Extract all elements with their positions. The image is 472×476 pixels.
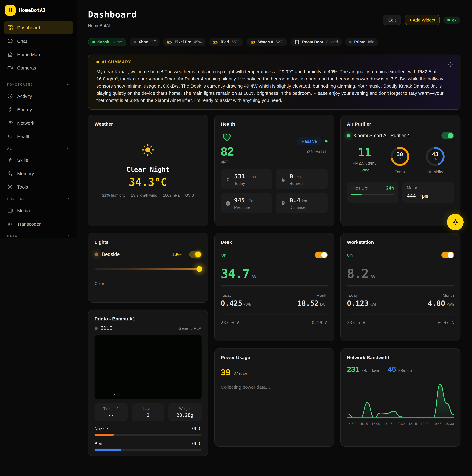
flame-icon — [281, 177, 286, 182]
weather-body: Clear Night 34.3°C 31% humidity 13.7 km/… — [94, 143, 201, 198]
chip-ipad[interactable]: iPad 55% — [209, 38, 243, 46]
chip-xbox[interactable]: Xbox Off — [129, 38, 160, 46]
app-name: HomeBotAI — [19, 7, 46, 13]
light-color-dot-icon — [94, 253, 98, 256]
air-purifier-toggle[interactable] — [441, 132, 454, 139]
map-pin-icon — [281, 201, 286, 206]
printer-camera-view[interactable] — [94, 335, 201, 399]
health-title: Health — [221, 121, 327, 127]
sidebar-item-skills[interactable]: Skills — [4, 154, 73, 167]
desk-toggle[interactable] — [315, 252, 327, 258]
widget-grid: Weather Clear Night 34.3°C 31% humidity … — [88, 115, 460, 456]
nozzle-row: Nozzle 30°C — [94, 426, 201, 431]
sidebar-section-monitoring[interactable]: MONITORING — [0, 80, 77, 88]
workstation-month-kwh: 4.80kWh — [428, 299, 454, 307]
light-toggle[interactable] — [189, 251, 201, 258]
logo-icon: H — [5, 5, 16, 16]
nozzle-temp-bar — [94, 434, 201, 436]
sidebar-item-cameras[interactable]: Cameras — [4, 61, 73, 74]
sidebar-item-activity[interactable]: Activity — [4, 90, 73, 102]
device-online-dot-icon — [347, 134, 350, 137]
desk-voltage: 237.0 V — [221, 320, 239, 325]
chip-printo[interactable]: Printo Idle — [345, 38, 378, 46]
sidebar-item-chat[interactable]: Chat — [4, 34, 73, 47]
workstation-today-kwh: 0.123kWh — [347, 299, 377, 307]
sidebar-section-data[interactable]: DATA — [0, 231, 77, 238]
motor-tile: Motor 444 rpm — [402, 182, 454, 203]
workstation-voltage: 233.5 V — [347, 320, 365, 325]
sidebar-section-ai[interactable]: AI — [0, 143, 77, 152]
health-card: Health 82 bpm Passive 52% watc — [214, 115, 334, 226]
sidebar-section-content[interactable]: CONTENT — [0, 194, 77, 202]
dashboard-page: H HomeBotAI Dashboard Chat Home Map Came… — [0, 0, 472, 476]
desk-power-unit: W — [252, 274, 256, 279]
printer-card: Printo - Bambu A1 IDLE Generic PLA Time … — [88, 309, 208, 456]
grid-column-2: Health 82 bpm Passive 52% watc — [214, 115, 334, 456]
sidebar-item-dashboard[interactable]: Dashboard — [4, 21, 73, 34]
sidebar-item-label: Media — [17, 208, 30, 213]
steps-icon — [225, 177, 230, 182]
sparkles-icon — [7, 170, 13, 176]
sidebar-item-home-map[interactable]: Home Map — [4, 48, 73, 61]
slider-thumb[interactable] — [196, 266, 202, 272]
chevron-down-icon — [66, 197, 70, 201]
video-camera-icon — [7, 65, 13, 71]
workstation-power-value: 8.2 — [347, 267, 369, 281]
main-content: Dashboard HomeBotAI Edit + Add Widget ok… — [77, 0, 472, 476]
sidebar-item-tools[interactable]: Tools — [4, 181, 73, 193]
brightness-slider[interactable] — [94, 266, 201, 272]
printer-status-row: IDLE Generic PLA — [94, 325, 201, 331]
sidebar-item-memory[interactable]: Memory — [4, 167, 73, 180]
x-tick-label: 16:45 — [384, 422, 392, 425]
film-icon — [7, 208, 13, 214]
sidebar-item-network[interactable]: Network — [4, 117, 73, 129]
edit-button[interactable]: Edit — [383, 15, 401, 25]
sidebar-item-label: Energy — [17, 107, 32, 112]
sparkle-icon — [448, 62, 453, 67]
workstation-toggle[interactable] — [441, 252, 454, 258]
camera-artifact — [113, 393, 116, 396]
page-header: Dashboard HomeBotAI Edit + Add Widget ok — [88, 9, 460, 28]
x-tick-label: 15:15 — [359, 422, 368, 425]
chip-kanak[interactable]: Kanak Home — [88, 38, 126, 46]
sidebar-nav-monitoring: Activity Energy Network Health — [0, 88, 77, 143]
power-usage-title: Power Usage — [221, 355, 327, 360]
chip-room-door[interactable]: Room Door Closed — [290, 38, 342, 46]
device-chip-row: Kanak Home Xbox Off Pixel Pro 45% iPad 5… — [88, 38, 460, 46]
system-status-badge[interactable]: ok — [443, 16, 460, 24]
power-now-unit: W now — [234, 371, 247, 376]
status-dot-icon — [133, 41, 136, 43]
sidebar-item-transcoder[interactable]: Transcoder — [4, 218, 73, 230]
ai-summary-text: My dear Kanak, welcome home! The weather… — [96, 68, 452, 104]
health-mode-badge[interactable]: Passive — [297, 137, 322, 145]
sidebar-item-health[interactable]: Health — [4, 130, 73, 143]
chat-icon — [7, 38, 13, 44]
sidebar-item-media[interactable]: Media — [4, 204, 73, 217]
printer-status: IDLE — [101, 325, 175, 331]
power-now-value: 39 — [221, 368, 230, 377]
weather-temperature: 34.3°C — [129, 176, 167, 188]
grid-column-3: Air Purifier Xiaomi Smart Air Purifier 4… — [340, 115, 460, 456]
heart-icon — [221, 131, 233, 143]
chip-watch[interactable]: Watch 8 52% — [246, 38, 288, 46]
chip-pixel-pro[interactable]: Pixel Pro 45% — [163, 38, 206, 46]
month-label: Month — [443, 293, 454, 298]
add-widget-button[interactable]: + Add Widget — [405, 15, 439, 25]
wifi-icon — [7, 120, 13, 126]
air-purifier-card: Air Purifier Xiaomi Smart Air Purifier 4… — [340, 115, 460, 226]
dashboard-icon — [7, 25, 13, 31]
sidebar-item-label: Cameras — [17, 65, 36, 70]
power-note: Collecting power data… — [221, 384, 327, 390]
printer-status-dot-icon — [94, 327, 98, 330]
bed-row: Bed 30°C — [94, 441, 201, 446]
workstation-current: 0.07 A — [438, 320, 454, 325]
lights-card: Lights Bedside 100% Color — [88, 233, 208, 303]
sidebar-item-energy[interactable]: Energy — [4, 103, 73, 116]
status-dot-icon — [349, 41, 352, 43]
filter-life-tile: Filter Life 24% — [347, 182, 398, 203]
ai-assistant-fab[interactable] — [447, 214, 464, 230]
sidebar-item-label: Home Map — [17, 52, 40, 57]
x-tick-label: 19:00 — [421, 422, 429, 425]
humidity-gauge: 43 % Humidity — [418, 147, 453, 174]
pressure-tile: 945hPa Pressure — [221, 193, 272, 213]
